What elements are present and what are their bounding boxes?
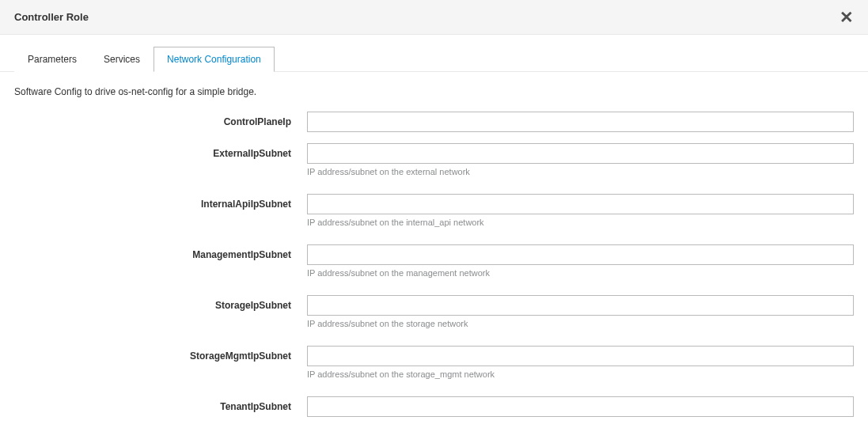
form-row-managementipsubnet: ManagementIpSubnet IP address/subnet on … — [14, 244, 854, 289]
input-storagemgmtipsubnet[interactable] — [307, 346, 854, 366]
input-tenantipsubnet[interactable] — [307, 396, 854, 417]
help-storagemgmtipsubnet: IP address/subnet on the storage_mgmt ne… — [307, 369, 854, 379]
input-controlplaneip[interactable] — [307, 112, 854, 132]
label-internalapipsubnet: InternalApiIpSubnet — [14, 194, 307, 210]
form-row-externalipsubnet: ExternalIpSubnet IP address/subnet on th… — [14, 143, 854, 187]
help-internalapipsubnet: IP address/subnet on the internal_api ne… — [307, 218, 854, 227]
close-icon: ✕ — [840, 8, 854, 26]
control-wrap: IP address/subnet on the internal_api ne… — [307, 194, 854, 238]
tab-bar: Parameters Services Network Configuratio… — [0, 35, 868, 72]
control-wrap: IP address/subnet on the storage_mgmt ne… — [307, 346, 854, 390]
close-button[interactable]: ✕ — [840, 9, 854, 25]
label-tenantipsubnet: TenantIpSubnet — [14, 396, 307, 412]
label-storagemgmtipsubnet: StorageMgmtIpSubnet — [14, 346, 307, 362]
input-managementipsubnet[interactable] — [307, 244, 854, 265]
control-wrap: IP address/subnet on the management netw… — [307, 244, 854, 289]
tab-parameters[interactable]: Parameters — [14, 47, 90, 72]
control-wrap: IP address/subnet on the external networ… — [307, 143, 854, 187]
form-row-storageipsubnet: StorageIpSubnet IP address/subnet on the… — [14, 295, 854, 339]
content-panel: Software Config to drive os-net-config f… — [0, 72, 868, 428]
tab-services[interactable]: Services — [90, 47, 154, 72]
label-externalipsubnet: ExternalIpSubnet — [14, 143, 307, 159]
label-controlplaneip: ControlPlaneIp — [14, 112, 307, 127]
control-wrap — [307, 396, 854, 417]
control-wrap: IP address/subnet on the storage network — [307, 295, 854, 339]
help-storageipsubnet: IP address/subnet on the storage network — [307, 319, 854, 328]
form-row-storagemgmtipsubnet: StorageMgmtIpSubnet IP address/subnet on… — [14, 346, 854, 390]
input-internalapipsubnet[interactable] — [307, 194, 854, 214]
tab-network-configuration[interactable]: Network Configuration — [154, 47, 275, 72]
dialog-title: Controller Role — [14, 11, 89, 23]
help-externalipsubnet: IP address/subnet on the external networ… — [307, 167, 854, 176]
form-description: Software Config to drive os-net-config f… — [14, 86, 854, 97]
dialog-header: Controller Role ✕ — [0, 0, 868, 35]
help-managementipsubnet: IP address/subnet on the management netw… — [307, 268, 854, 278]
input-storageipsubnet[interactable] — [307, 295, 854, 316]
form-row-tenantipsubnet: TenantIpSubnet — [14, 396, 854, 417]
label-managementipsubnet: ManagementIpSubnet — [14, 244, 307, 260]
form-row-internalapipsubnet: InternalApiIpSubnet IP address/subnet on… — [14, 194, 854, 238]
input-externalipsubnet[interactable] — [307, 143, 854, 164]
control-wrap — [307, 112, 854, 132]
form-row-controlplaneip: ControlPlaneIp — [14, 112, 854, 132]
label-storageipsubnet: StorageIpSubnet — [14, 295, 307, 311]
